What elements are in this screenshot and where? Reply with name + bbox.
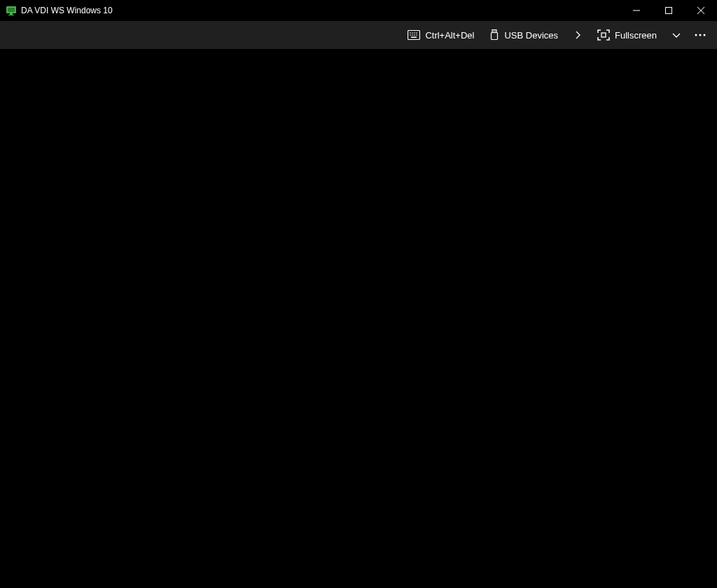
usb-devices-label: USB Devices [504, 30, 558, 41]
app-icon [6, 5, 17, 16]
remote-desktop-viewport[interactable] [0, 49, 717, 588]
toolbar: Ctrl+Alt+Del USB Devices [0, 21, 717, 49]
minimize-button[interactable] [620, 0, 653, 21]
maximize-button[interactable] [653, 0, 685, 21]
svg-rect-21 [492, 33, 498, 40]
svg-point-16 [417, 34, 418, 36]
fullscreen-dropdown-button[interactable] [665, 24, 688, 46]
svg-point-15 [415, 34, 416, 36]
titlebar-left: DA VDI WS Windows 10 [6, 5, 113, 16]
svg-point-10 [412, 32, 414, 34]
svg-point-25 [704, 34, 706, 36]
svg-point-23 [695, 34, 697, 36]
svg-point-12 [417, 32, 418, 34]
titlebar: DA VDI WS Windows 10 [0, 0, 717, 21]
window-title: DA VDI WS Windows 10 [21, 6, 113, 15]
svg-rect-1 [8, 8, 15, 12]
svg-point-14 [412, 34, 414, 36]
svg-rect-19 [494, 31, 494, 32]
keyboard-icon [408, 30, 420, 40]
fullscreen-icon [597, 29, 610, 41]
svg-rect-22 [601, 33, 606, 37]
ctrl-alt-del-button[interactable]: Ctrl+Alt+Del [401, 26, 481, 45]
svg-point-11 [415, 32, 416, 34]
svg-point-24 [699, 34, 702, 36]
svg-rect-5 [666, 8, 672, 14]
svg-rect-2 [10, 13, 13, 15]
svg-point-9 [410, 32, 412, 34]
more-options-button[interactable] [689, 24, 711, 46]
ctrl-alt-del-label: Ctrl+Alt+Del [425, 30, 474, 41]
fullscreen-button[interactable]: Fullscreen [590, 25, 664, 45]
svg-rect-17 [411, 37, 417, 38]
close-button[interactable] [685, 0, 717, 21]
chevron-right-icon [575, 31, 580, 39]
fullscreen-label: Fullscreen [615, 30, 657, 41]
window-controls [620, 0, 717, 21]
svg-rect-20 [495, 31, 496, 32]
chevron-down-icon [672, 32, 681, 38]
usb-devices-button[interactable]: USB Devices [482, 25, 565, 45]
more-horizontal-icon [695, 34, 706, 36]
svg-point-13 [410, 34, 412, 36]
usb-icon [489, 29, 499, 41]
svg-rect-3 [8, 15, 14, 15]
svg-rect-8 [408, 31, 420, 40]
usb-devices-expand-button[interactable] [566, 24, 589, 46]
